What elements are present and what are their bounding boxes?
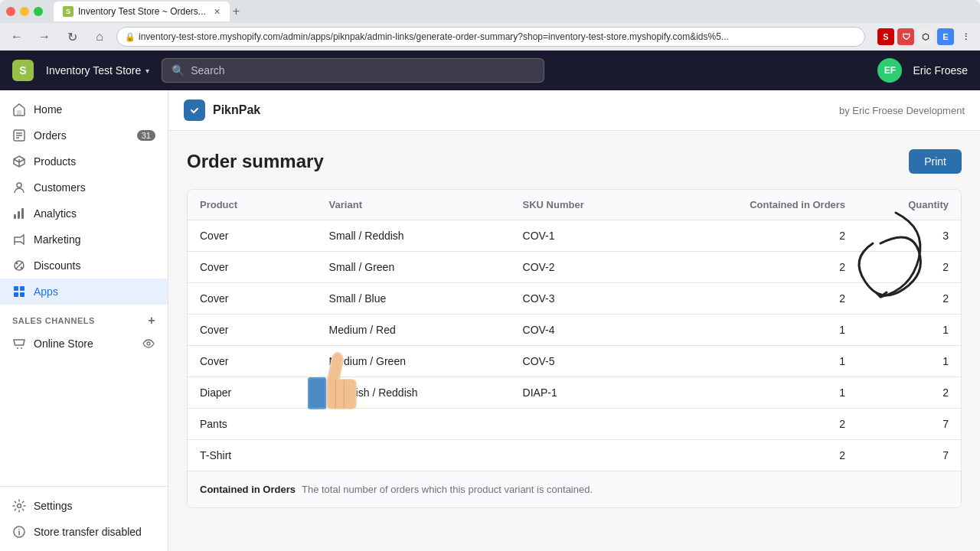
cell-product: Cover xyxy=(200,261,329,273)
col-contained: Contained in Orders xyxy=(716,199,845,210)
lock-icon: 🔒 xyxy=(125,32,136,42)
order-table: Product Variant SKU Number Contained in … xyxy=(187,189,962,508)
cell-variant: Medium / Green xyxy=(329,355,523,367)
settings-label: Settings xyxy=(34,500,73,512)
svg-rect-9 xyxy=(14,214,16,219)
svg-point-8 xyxy=(17,183,21,187)
sidebar-item-label: Discounts xyxy=(34,259,80,272)
more-options-button[interactable]: ⋮ xyxy=(957,28,974,45)
cell-sku: COV-1 xyxy=(523,230,717,242)
col-product: Product xyxy=(200,199,329,210)
marketing-icon xyxy=(12,233,26,246)
cell-sku: COV-3 xyxy=(523,292,717,305)
svg-point-22 xyxy=(147,342,150,345)
cell-sku xyxy=(523,418,717,430)
sidebar-item-label: Online Store xyxy=(34,337,93,350)
table-footer: Contained in Orders The total number of … xyxy=(188,471,961,507)
cell-contained: 2 xyxy=(716,261,845,273)
apps-icon xyxy=(12,285,26,298)
svg-rect-19 xyxy=(20,292,24,297)
table-row: Cover Small / Green COV-2 2 2 xyxy=(188,252,961,283)
minimize-window-button[interactable] xyxy=(20,7,29,16)
cell-contained: 1 xyxy=(716,386,845,399)
info-icon xyxy=(12,525,26,539)
cell-quantity: 7 xyxy=(845,449,949,461)
svg-rect-0 xyxy=(17,110,21,116)
cell-quantity: 1 xyxy=(845,355,949,367)
store-name-button[interactable]: Inventory Test Store ▾ xyxy=(46,64,149,77)
sidebar-item-discounts[interactable]: Discounts xyxy=(0,253,168,279)
sidebar-item-label: Apps xyxy=(34,285,58,298)
back-button[interactable]: ← xyxy=(6,26,28,47)
sidebar-item-label: Home xyxy=(34,103,62,116)
sidebar-item-online-store[interactable]: Online Store xyxy=(0,331,168,357)
ext-icon-1[interactable]: S xyxy=(877,28,894,45)
cell-contained: 2 xyxy=(716,230,845,242)
print-button[interactable]: Print xyxy=(909,149,962,174)
cell-quantity: 3 xyxy=(845,230,949,242)
app-header: PiknPak by Eric Froese Development xyxy=(168,90,980,131)
table-body: Cover Small / Reddish COV-1 2 3 Cover Sm… xyxy=(188,220,961,471)
ext-icon-2[interactable]: 🛡 xyxy=(897,28,914,45)
user-initials: EF xyxy=(884,65,896,76)
sidebar-item-analytics[interactable]: Analytics xyxy=(0,201,168,227)
svg-rect-17 xyxy=(20,286,24,291)
ext-icon-3[interactable]: ⬡ xyxy=(917,28,934,45)
discounts-icon xyxy=(12,259,26,272)
svg-point-20 xyxy=(17,347,18,349)
page-header: Order summary Print xyxy=(187,149,962,174)
sales-channels-label: SALES CHANNELS + xyxy=(0,305,168,331)
sales-channels-title: SALES CHANNELS xyxy=(12,316,95,325)
sidebar-item-customers[interactable]: Customers xyxy=(0,174,168,201)
sidebar-item-orders[interactable]: Orders 31 xyxy=(0,122,168,148)
sidebar-item-apps[interactable]: Apps xyxy=(0,279,168,305)
svg-line-6 xyxy=(14,159,19,162)
cell-sku: DIAP-1 xyxy=(523,386,717,399)
cell-quantity: 1 xyxy=(845,324,949,336)
avatar[interactable]: EF xyxy=(877,58,902,83)
cell-variant: Medium / Red xyxy=(329,324,523,336)
svg-rect-11 xyxy=(21,208,24,219)
add-sales-channel-button[interactable]: + xyxy=(148,314,155,328)
cell-quantity: 2 xyxy=(845,386,949,399)
cell-variant: Smallish / Reddish xyxy=(329,386,523,399)
home-button[interactable]: ⌂ xyxy=(89,26,110,47)
cell-product: Cover xyxy=(200,324,329,336)
app-credit: by Eric Froese Development xyxy=(839,105,965,116)
footer-label: Contained in Orders xyxy=(200,484,296,495)
store-name-label: Inventory Test Store xyxy=(46,64,141,77)
new-tab-button[interactable]: + xyxy=(233,5,240,18)
active-tab[interactable]: S Inventory Test Store ~ Orders... ✕ xyxy=(54,2,230,21)
sidebar-item-marketing[interactable]: Marketing xyxy=(0,227,168,253)
cell-quantity: 7 xyxy=(845,418,949,430)
orders-icon xyxy=(12,129,26,142)
content-area: PiknPak by Eric Froese Development Order… xyxy=(168,90,980,551)
forward-button[interactable]: → xyxy=(34,26,55,47)
table-row: T-Shirt 2 7 xyxy=(188,440,961,471)
cell-sku: COV-5 xyxy=(523,355,717,367)
sidebar-item-products[interactable]: Products xyxy=(0,148,168,174)
online-store-icon xyxy=(12,337,26,350)
settings-item[interactable]: Settings xyxy=(0,493,168,519)
cell-product: Diaper xyxy=(200,386,329,399)
sidebar-item-home[interactable]: Home xyxy=(0,96,168,122)
analytics-icon xyxy=(12,207,26,220)
address-bar[interactable]: 🔒 inventory-test-store.myshopify.com/adm… xyxy=(116,27,865,47)
window-controls xyxy=(6,7,43,16)
sidebar-item-label: Products xyxy=(34,155,76,168)
sidebar-item-label: Analytics xyxy=(34,207,77,220)
svg-point-26 xyxy=(18,529,20,530)
cell-variant: Small / Blue xyxy=(329,292,523,305)
user-name: Eric Froese xyxy=(913,64,968,77)
refresh-button[interactable]: ↻ xyxy=(61,26,83,47)
cell-product: Cover xyxy=(200,355,329,367)
browser-extensions: S 🛡 ⬡ E ⋮ xyxy=(877,28,974,45)
close-window-button[interactable] xyxy=(6,7,15,16)
col-quantity: Quantity xyxy=(845,199,949,210)
search-bar[interactable]: 🔍 Search xyxy=(162,58,544,83)
cell-variant xyxy=(329,418,523,430)
maximize-window-button[interactable] xyxy=(34,7,43,16)
table-header: Product Variant SKU Number Contained in … xyxy=(188,190,961,220)
tab-close-button[interactable]: ✕ xyxy=(214,7,220,17)
ext-icon-4[interactable]: E xyxy=(937,28,954,45)
